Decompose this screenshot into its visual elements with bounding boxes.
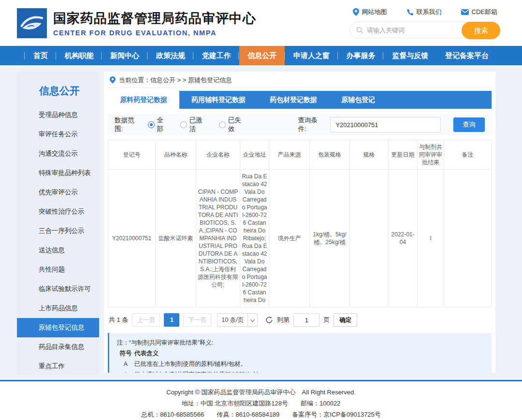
sidebar-item[interactable]: 药品目录集信息 [17,337,99,357]
phone-icon [406,9,414,16]
table-header-text: 企业名称 [206,151,230,158]
table-header-cell: 备注 [444,140,492,170]
footer-line: 地址：中国 北京市朝阳区建国路128号 邮编：100022 [0,398,522,409]
sidebar-item-label: 临床试验默示许可 [39,285,91,292]
sidebar-item[interactable]: 三合一序列公示 [17,221,99,241]
sidebar-item[interactable]: 原辅包登记信息 [17,318,99,337]
sitemap-link[interactable]: 网站地图 [353,8,387,16]
goto-page-input[interactable] [293,313,319,327]
nav-item[interactable]: 登记备案平台 [437,46,497,65]
results-table: 登记号品种名称企业名称企业地址产品来源包装规格规格更新日期与制剂共同审评审批结果… [108,140,492,307]
page-number-button[interactable]: 1 [164,313,179,327]
sidebar-item-label: 突破性治疗公示 [39,208,85,215]
sidebar-item-label: 受理品种信息 [39,111,78,118]
tab[interactable]: 原辅包登记 [329,91,387,109]
sidebar-list: 受理品种信息审评任务公示沟通交流公示特殊审批品种列表优先审评公示突破性治疗公示三… [17,105,99,376]
sidebar-item[interactable]: 临床试验默示许可 [17,279,99,299]
chevron-down-icon [247,314,257,326]
tab[interactable]: 药用辅料登记数据 [179,91,258,109]
sidebar-item[interactable]: 受理品种信息 [17,105,99,125]
total-count: 共 1 条 [109,316,128,324]
sidebar-item[interactable]: 上市药品信息 [17,299,99,318]
tab-label: 药包材登记数据 [270,96,317,103]
sidebar-item[interactable]: 优先审评公示 [17,183,99,202]
table-cell [444,170,492,307]
note-items: A已批准在上市制剂使用的原料/辅料/包材。 I尚未通过与制剂共同审评审批的原料/… [117,359,484,373]
table-header-text: 包装规格 [318,151,341,158]
nav-item[interactable]: 机构职能 [57,46,102,65]
nav-item[interactable]: 申请人之窗 [285,46,338,65]
table-cell: CIPAN - COMPANHIA INDUSTRIAL PRODUTORA D… [196,170,240,307]
table-header-text: 更新日期 [392,151,415,158]
breadcrumb: 当前位置：信息公开 > > 原辅包登记信息 [108,72,492,88]
radio-icon [180,121,187,128]
nav-item[interactable]: 党建工作 [194,46,239,65]
footer-line: Copyright © 国家药品监督管理局药品审评中心 All Right Re… [0,387,522,398]
nav-item-label: 办事服务 [347,51,376,60]
sidebar-item[interactable]: 特殊审批品种列表 [17,163,99,183]
table-header-cell: 企业名称 [196,140,240,170]
site-search-button[interactable]: 搜索 [462,22,500,39]
nav-item[interactable]: 政策法规 [148,46,193,65]
table-cell [350,170,389,307]
table-cell: 盐酸米诺环素 [156,170,196,307]
nav-item[interactable]: 监督与反馈 [384,46,436,65]
scope-radio-option[interactable]: 已激活 [180,116,208,133]
contact-link[interactable]: 联系我们 [406,8,442,16]
query-button[interactable]: 查询 [453,117,485,132]
sidebar-item[interactable]: 突破性治疗公示 [17,202,99,221]
sidebar-item[interactable]: 重点工作 [17,357,99,376]
cde-mail-link[interactable]: CDE邮箱 [461,8,497,16]
content-panel: 当前位置：信息公开 > > 原辅包登记信息 原料药登记数据药用辅料登记数据药包材… [104,72,495,373]
scope-radio-group: 全部 已激活 已失效 [148,116,247,133]
goto-prefix-label: 到第 [277,316,290,324]
table-header-text: 企业地址 [243,151,266,158]
nav-item-label: 信息公开 [247,51,276,60]
site-search-input[interactable] [367,27,459,34]
note-item-meaning: 尚未通过与制剂共同审评审批的原料/辅料/包材。 [134,371,264,373]
tab[interactable]: 药包材登记数据 [258,91,329,109]
table-cell-text: Y20210000751 [110,234,154,242]
table-cell: 1kg/桶。5kg/桶。25kg/桶 [310,170,350,307]
nav-item[interactable]: 办事服务 [338,46,384,65]
note-box: 注：“与制剂共同审评审批结果”释义: 符号代表含义 A已批准在上市制剂使用的原料… [108,333,492,373]
nav-item[interactable]: 信息公开 [239,46,285,65]
footer-lines: Copyright © 国家药品监督管理局药品审评中心 All Right Re… [0,387,522,420]
sidebar-item-label: 重点工作 [39,362,65,370]
table-header-cell: 登记号 [108,140,156,170]
sidebar-item-label: 共性问题 [39,266,65,273]
note-header: 符号代表含义 [117,348,484,359]
prev-page-button[interactable]: 上一页 [132,313,160,327]
query-input[interactable] [330,117,441,132]
nav-item-label: 监督与反馈 [392,51,428,60]
sidebar-item-label: 特殊审批品种列表 [39,169,91,176]
nav-item[interactable]: 新闻中心 [102,46,147,65]
footer: Copyright © 国家药品监督管理局药品审评中心 All Right Re… [0,380,522,420]
nav-list: 首页机构职能新闻中心政策法规党建工作信息公开申请人之窗办事服务监督与反馈登记备案… [0,46,522,65]
table-cell: Rua Da Estacao 42 Vala Do Carregado Port… [240,170,269,307]
table-header-cell: 品种名称 [156,140,196,170]
next-page-button[interactable]: 下一页 [183,313,211,327]
confirm-button[interactable]: 确定 [334,313,357,327]
site-search: 搜索 [349,22,500,38]
scope-radio-option[interactable]: 已失效 [219,116,247,133]
site-header: 国家药品监督管理局药品审评中心 CENTER FOR DRUG EVALUATI… [0,0,522,46]
cde-logo-icon [17,8,47,38]
sidebar-item-label: 上市药品信息 [39,304,78,312]
search-icon [356,27,363,34]
sidebar-item[interactable]: 审评任务公示 [17,125,99,144]
table-cell: I [418,170,444,307]
brand-text: 国家药品监督管理局药品审评中心 CENTER FOR DRUG EVALUATI… [53,10,256,37]
note-meaning-header: 代表含义 [134,350,159,357]
page-size-select[interactable]: 10 条/页 [217,313,258,327]
scope-radio-option[interactable]: 全部 [148,116,170,133]
sidebar-item[interactable]: 送达信息 [17,241,99,260]
nav-item-label: 机构职能 [65,51,94,60]
sidebar-item[interactable]: 共性问题 [17,260,99,279]
refresh-icon[interactable] [265,316,273,324]
nav-item[interactable]: 首页 [25,46,56,65]
scope-label: 数据范围: [115,116,142,133]
sidebar-item[interactable]: 沟通交流公示 [17,144,99,163]
tab[interactable]: 原料药登记数据 [108,91,179,109]
sidebar: 信息公开 受理品种信息审评任务公示沟通交流公示特殊审批品种列表优先审评公示突破性… [17,72,99,375]
